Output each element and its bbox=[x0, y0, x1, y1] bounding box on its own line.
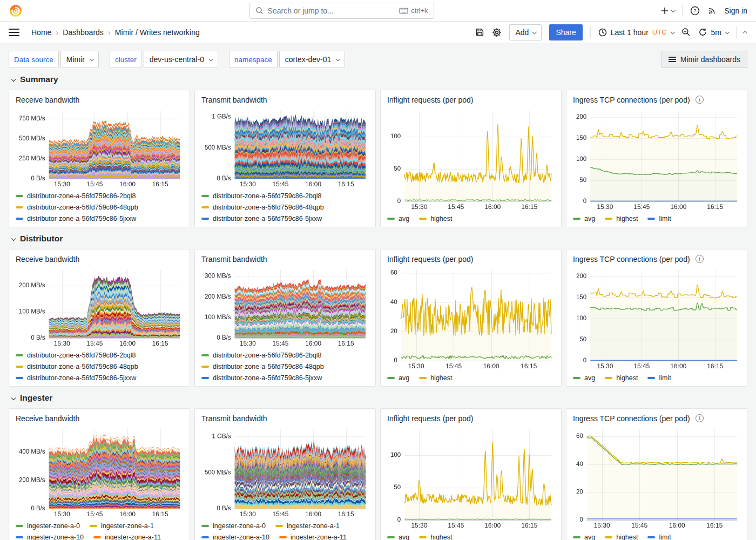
chart-canvas[interactable] bbox=[16, 425, 183, 518]
chevron-down-icon bbox=[532, 30, 537, 34]
legend-item[interactable]: avg bbox=[573, 534, 595, 540]
legend-item[interactable]: avg bbox=[387, 374, 409, 382]
mimir-dashboards-button[interactable]: Mimir dashboards bbox=[662, 51, 747, 68]
chart-canvas[interactable] bbox=[573, 425, 740, 530]
panel-title[interactable]: Inflight requests (per pod) bbox=[387, 96, 474, 104]
help-button[interactable]: ? bbox=[690, 6, 700, 16]
section-header[interactable]: Summary bbox=[12, 72, 747, 86]
chart-canvas[interactable] bbox=[573, 106, 740, 211]
new-create-button[interactable] bbox=[660, 6, 674, 15]
chart-canvas[interactable] bbox=[16, 106, 183, 188]
search-box[interactable]: ctrl+k bbox=[249, 3, 434, 19]
legend-label: highest bbox=[616, 534, 638, 540]
legend-item[interactable]: highest bbox=[419, 374, 452, 382]
panel-title[interactable]: Ingress TCP connections (per pod) bbox=[573, 255, 690, 264]
legend-item[interactable]: limit bbox=[647, 215, 671, 222]
add-button[interactable]: Add bbox=[509, 24, 542, 40]
panel-title[interactable]: Ingress TCP connections (per pod) bbox=[573, 96, 690, 104]
legend-item[interactable]: highest bbox=[419, 534, 452, 540]
legend-item[interactable]: distributor-zone-a-56fd759c86-5jxxw bbox=[201, 215, 322, 222]
legend-item[interactable]: distributor-zone-a-56fd759c86-48qpb bbox=[16, 204, 138, 211]
legend-item[interactable]: highest bbox=[605, 215, 638, 222]
legend-item[interactable]: highest bbox=[605, 534, 638, 540]
time-range-picker[interactable]: Last 1 hour UTC bbox=[598, 28, 674, 37]
legend-item[interactable]: distributor-zone-a-56fd759c86-5jxxw bbox=[16, 374, 136, 382]
info-icon[interactable]: i bbox=[696, 255, 704, 263]
panel-title[interactable]: Transmit bandwidth bbox=[201, 414, 267, 423]
chart-canvas[interactable] bbox=[387, 106, 555, 211]
legend-item[interactable]: limit bbox=[647, 374, 671, 382]
legend-item[interactable]: ingester-zone-a-1 bbox=[275, 522, 340, 530]
search-input[interactable] bbox=[268, 6, 395, 15]
variable-value-dropdown[interactable]: cortex-dev-01 bbox=[279, 51, 346, 68]
legend-item[interactable]: distributor-zone-a-56fd759c86-5jxxw bbox=[201, 374, 322, 382]
chart-canvas[interactable] bbox=[16, 266, 183, 348]
legend-item[interactable]: avg bbox=[387, 534, 409, 540]
legend-item[interactable]: distributor-zone-a-56fd759c86-2bql8 bbox=[201, 192, 322, 200]
refresh-picker[interactable]: 5m bbox=[698, 28, 728, 37]
legend-label: avg bbox=[399, 534, 409, 540]
legend-item[interactable]: ingester-zone-a-1 bbox=[90, 522, 154, 530]
chart-canvas[interactable] bbox=[387, 266, 555, 370]
legend-item[interactable]: ingester-zone-a-10 bbox=[16, 534, 84, 540]
section-header[interactable]: Distributor bbox=[12, 232, 747, 246]
legend-item[interactable]: distributor-zone-a-56fd759c86-48qpb bbox=[16, 363, 138, 370]
variable-value-dropdown[interactable]: Mimir bbox=[60, 51, 99, 68]
legend-item[interactable]: avg bbox=[573, 215, 595, 222]
legend-item[interactable]: distributor-zone-a-56fd759c86-48qpb bbox=[201, 363, 324, 370]
legend-item[interactable]: highest bbox=[419, 215, 452, 222]
legend-item[interactable]: distributor-zone-a-56fd759c86-2bql8 bbox=[16, 352, 136, 359]
panel-title[interactable]: Receive bandwidth bbox=[16, 96, 79, 104]
chart-canvas[interactable] bbox=[387, 425, 555, 530]
panel-title[interactable]: Transmit bandwidth bbox=[201, 255, 267, 264]
legend-item[interactable]: ingester-zone-a-0 bbox=[16, 522, 80, 530]
section-title: Ingester bbox=[20, 393, 52, 403]
chart-area bbox=[201, 266, 369, 348]
legend-item[interactable]: ingester-zone-a-0 bbox=[201, 522, 266, 530]
panel-title[interactable]: Inflight requests (per pod) bbox=[387, 255, 474, 264]
variable-value-dropdown[interactable]: dev-us-central-0 bbox=[144, 51, 218, 68]
legend: avghighestlimit bbox=[573, 370, 740, 382]
chart-canvas[interactable] bbox=[201, 425, 369, 518]
section-title: Summary bbox=[20, 75, 58, 84]
search-shortcut: ctrl+k bbox=[399, 6, 428, 15]
zoom-out-time-button[interactable] bbox=[681, 28, 691, 37]
breadcrumb-dashboards[interactable]: Dashboards bbox=[63, 28, 104, 37]
chart-canvas[interactable] bbox=[573, 266, 740, 370]
legend-item[interactable]: limit bbox=[647, 534, 671, 540]
collapse-toolbar-button[interactable] bbox=[744, 31, 747, 34]
panel-title[interactable]: Inflight requests (per pod) bbox=[387, 414, 474, 423]
legend-item[interactable]: distributor-zone-a-56fd759c86-2bql8 bbox=[16, 192, 136, 200]
menu-toggle-icon[interactable] bbox=[9, 29, 19, 36]
grafana-logo-icon[interactable] bbox=[9, 4, 23, 18]
legend-item[interactable]: ingester-zone-a-11 bbox=[279, 534, 347, 540]
section-header[interactable]: Ingester bbox=[12, 391, 747, 405]
sign-in-link[interactable]: Sign in bbox=[724, 6, 747, 15]
gear-icon bbox=[492, 28, 502, 37]
chevron-down-icon bbox=[11, 77, 16, 82]
breadcrumb-home[interactable]: Home bbox=[31, 28, 51, 37]
panel-title[interactable]: Receive bandwidth bbox=[16, 414, 79, 423]
legend-item[interactable]: ingester-zone-a-10 bbox=[201, 534, 269, 540]
legend-item[interactable]: avg bbox=[387, 215, 409, 222]
panel-title[interactable]: Receive bandwidth bbox=[16, 255, 79, 264]
legend-item[interactable]: avg bbox=[573, 374, 595, 382]
news-button[interactable] bbox=[707, 6, 717, 15]
info-icon[interactable]: i bbox=[696, 414, 704, 422]
save-dashboard-button[interactable] bbox=[475, 28, 484, 37]
legend-item[interactable]: highest bbox=[605, 374, 638, 382]
legend-item[interactable]: distributor-zone-a-56fd759c86-48qpb bbox=[201, 204, 324, 211]
section-title: Distributor bbox=[20, 234, 63, 244]
chart-canvas[interactable] bbox=[201, 266, 369, 348]
legend-label: ingester-zone-a-1 bbox=[287, 522, 340, 530]
panel-title[interactable]: Transmit bandwidth bbox=[201, 96, 267, 104]
legend-item[interactable]: ingester-zone-a-11 bbox=[93, 534, 161, 540]
panel-title[interactable]: Ingress TCP connections (per pod) bbox=[573, 414, 690, 423]
chart-canvas[interactable] bbox=[201, 106, 369, 188]
legend-label: highest bbox=[430, 534, 452, 540]
share-button[interactable]: Share bbox=[549, 24, 582, 40]
dashboard-settings-button[interactable] bbox=[492, 28, 502, 37]
legend-item[interactable]: distributor-zone-a-56fd759c86-5jxxw bbox=[16, 215, 136, 222]
legend-item[interactable]: distributor-zone-a-56fd759c86-2bql8 bbox=[201, 352, 322, 359]
info-icon[interactable]: i bbox=[696, 96, 704, 104]
